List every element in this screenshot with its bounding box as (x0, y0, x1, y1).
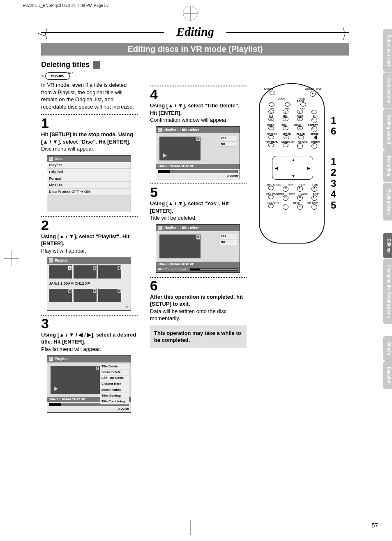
wait-text: Wait for a moment. (158, 267, 187, 272)
remote-label: SKIP (289, 193, 295, 195)
section-tab: Getting started (383, 109, 392, 150)
section-tabs: Before you startConnectionsGetting start… (383, 29, 392, 389)
list-item: Playlist (47, 162, 131, 169)
page-number: 57 (371, 522, 378, 529)
menu-item: Edit Title Name (100, 376, 129, 381)
osd-title: Playlist - Title Delete (164, 225, 199, 230)
osd-wait: Playlist - Title Delete 3 Yes No JAN/1 1… (156, 224, 240, 273)
remote-button: 7 (268, 126, 274, 130)
osd-playlist-grid: Playlist 1 2 3 JAN/1 1:00AM CH12 XP 4 5 … (47, 257, 131, 310)
registration-mark-bottom (183, 520, 198, 535)
remote-button: ◀◀ (283, 186, 288, 192)
section-tab: Changing the Setting menu (383, 259, 392, 324)
osd-title: Playlist (55, 258, 68, 263)
remote-label: REC SPEED (267, 183, 281, 186)
registration-mark-top (183, 6, 198, 21)
remote-button: 3 (297, 110, 303, 114)
step-body: Title will be deleted. (150, 214, 247, 222)
preview-num: 3 (196, 137, 200, 141)
preview-num: 6 (96, 367, 99, 370)
remote-label: FWD (312, 183, 318, 186)
menu-item: Title Combining (100, 399, 129, 404)
remote-button: 4 (268, 117, 274, 121)
step-head: After this operation is completed, hit [… (150, 293, 247, 308)
osd-title: Playlist (55, 356, 68, 361)
remote-label: TIMER PROG. (295, 98, 307, 102)
callout-num: 3 (331, 178, 336, 189)
vr-badge: VR (68, 71, 73, 75)
step-head: Using [▲ / ▼], select "Playlist". Hit [E… (41, 233, 138, 247)
column-left: In VR mode, even if a title is deleted f… (41, 81, 138, 417)
remote-button: ▶▶ (311, 186, 317, 192)
remote-button: 1 (268, 110, 274, 114)
section-tab: Playing discs (383, 183, 392, 221)
step-body: Playlist will appear. (41, 247, 138, 255)
osd-info: JAN/1 1:00AM CH12 XP (47, 280, 131, 287)
remote-label: REV (288, 183, 293, 186)
chapter-title: Editing (164, 25, 226, 39)
remote-button (268, 204, 274, 208)
step-body: Playlist menu will appear. (41, 346, 138, 353)
remote-button: 6 (297, 117, 303, 121)
topic-heading-text: Deleting titles (41, 60, 90, 69)
thumb-num: 1 (68, 266, 71, 269)
note-box: This operation may take a while to be co… (150, 325, 247, 348)
remote-button: ▼ (311, 126, 317, 132)
preview-num: 3 (196, 235, 200, 239)
remote-label: CM SKIP (307, 202, 318, 204)
remote-button: ▶ (297, 186, 303, 192)
remote-button (298, 135, 304, 139)
remote-button: ❚❚ (297, 195, 303, 201)
thumb-num: 5 (93, 289, 96, 293)
step-number: 1 (41, 116, 138, 130)
section-tab: Connections (383, 72, 392, 109)
remote-button: 5 (283, 117, 288, 121)
remote-label: ZOOM (278, 98, 286, 102)
thumb-num: 2 (93, 266, 96, 269)
list-item: Disc Protect OFF ➔ ON (47, 189, 131, 195)
callout-num: 6 (331, 126, 336, 137)
remote-button: 9 (297, 126, 303, 130)
remote-label: REC/OTR (267, 202, 279, 204)
step-number: 5 (150, 185, 247, 199)
remote-button: 0 (284, 135, 289, 139)
choice-yes: Yes (220, 234, 237, 239)
step-number: 2 (41, 218, 138, 232)
remote-label: REC MONITOR (266, 193, 284, 195)
section-tab: Recording (383, 150, 392, 182)
remote-button: ■ (297, 204, 303, 210)
callout-b: 1 2 3 4 5 (331, 156, 336, 211)
step-head: Hit [SETUP] in the stop mode. Using [▲ /… (41, 131, 138, 145)
step-head: Using [▲ / ▼], select "Title Delete". Hi… (150, 102, 247, 116)
osd-title: Disc (55, 156, 62, 161)
section-tab: Before you start (383, 29, 392, 72)
remote-button: 2 (283, 110, 288, 114)
dvd-rw-badge: DVD-RW (45, 72, 70, 80)
section-tab: Others (383, 336, 392, 361)
osd-info: JAN/1 1:00AM CH12 XP (156, 262, 240, 267)
remote-button: |◀ (283, 195, 288, 201)
list-item: Original (47, 169, 131, 175)
column-mid: 4 Using [▲ / ▼], select "Title Delete". … (150, 81, 247, 348)
section-tab: Editing (383, 233, 392, 258)
menu-item: Scene Delete (100, 370, 129, 376)
step-head: Using [▲ / ▼], select "Yes". Hit [ENTER]… (150, 200, 247, 214)
osd-title: Playlist - Title Delete (164, 128, 199, 132)
step-body: Data will be written onto the disc momen… (150, 308, 247, 322)
osd-info: JAN/1 1:00AM CH12 XP (156, 164, 240, 169)
osd-time: 0:00:59 (47, 407, 131, 412)
callout-num: 1 (331, 156, 336, 167)
remote-label: PLAY (300, 183, 306, 186)
choice-no: No (220, 142, 237, 147)
media-badge: ✎ DVD-RW VR (41, 72, 75, 80)
osd-disc-list: Playlist Original Format Finalize Disc P… (47, 162, 131, 195)
osd-time: 0:00:59 (156, 174, 240, 179)
remote-button (311, 204, 317, 210)
step-number: 3 (41, 316, 138, 330)
section-banner: Editing discs in VR mode (Playlist) (41, 43, 349, 56)
remote-button: ▶| (311, 195, 317, 201)
list-item: Format (47, 175, 131, 182)
remote-label: MENU/LIST (281, 141, 295, 143)
section-tab: Español (383, 361, 392, 389)
step-number: 6 (150, 279, 247, 293)
